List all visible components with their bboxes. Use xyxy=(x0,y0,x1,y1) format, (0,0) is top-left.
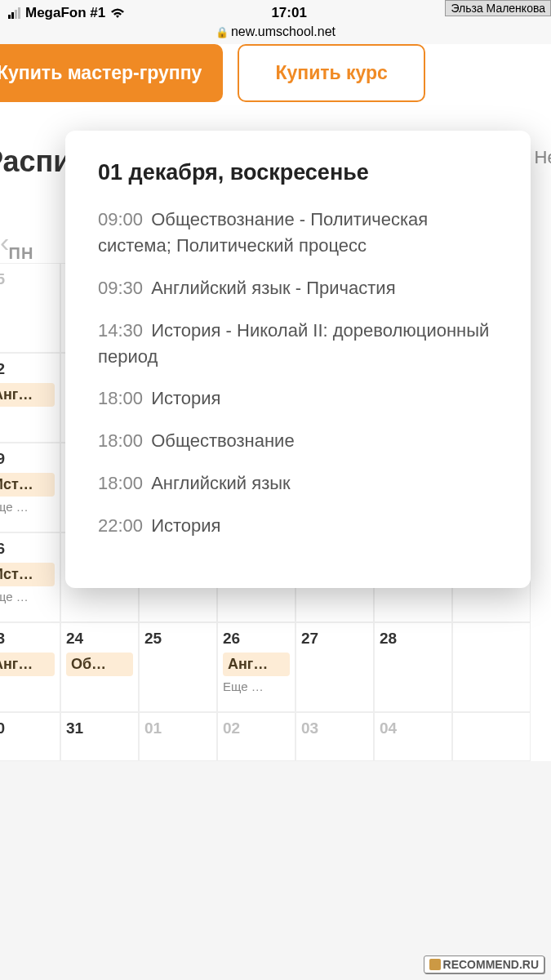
watermark-icon xyxy=(429,959,441,970)
event-chip[interactable]: Анг… xyxy=(0,653,55,676)
more-label[interactable]: Еще … xyxy=(223,679,290,693)
event-item[interactable]: 18:00 История xyxy=(98,385,501,412)
event-chip[interactable]: Ист… xyxy=(0,563,55,586)
day-cell[interactable]: 01 xyxy=(139,712,217,761)
day-cell[interactable]: 04 xyxy=(374,712,452,761)
day-number: 24 xyxy=(66,630,133,648)
day-cell[interactable]: 02Анг… xyxy=(0,353,60,443)
carrier-label: MegaFon #1 xyxy=(25,5,105,21)
day-number: 03 xyxy=(301,719,368,737)
day-number: 01 xyxy=(144,719,211,737)
event-time: 14:30 xyxy=(98,320,143,341)
event-time: 18:00 xyxy=(98,430,143,451)
event-text: История - Николай II: дореволюционный пе… xyxy=(98,320,489,367)
day-cell[interactable]: 23Анг… xyxy=(0,622,60,712)
event-item[interactable]: 22:00 История xyxy=(98,513,501,539)
more-label[interactable]: Еще … xyxy=(0,590,55,604)
status-time: 17:01 xyxy=(271,5,306,21)
day-number: 16 xyxy=(0,540,55,558)
day-number: 26 xyxy=(223,630,290,648)
event-time: 09:30 xyxy=(98,278,143,298)
event-text: Английский язык - Причастия xyxy=(146,278,396,298)
buy-master-group-button[interactable]: Купить мастер-группу xyxy=(0,44,223,102)
buy-course-button[interactable]: Купить курс xyxy=(238,44,425,102)
day-number: 31 xyxy=(66,719,133,737)
day-cell[interactable]: 27 xyxy=(295,622,374,712)
event-text: Обществознание - Политическая система; П… xyxy=(98,209,428,256)
day-cell[interactable]: 30 xyxy=(0,712,60,761)
event-item[interactable]: 09:30 Английский язык - Причастия xyxy=(98,275,501,301)
name-tag: Эльза Маленкова xyxy=(445,0,551,16)
day-cell[interactable]: 24Об… xyxy=(60,622,139,712)
day-number: 04 xyxy=(380,719,447,737)
url-bar[interactable]: 🔒new.umschool.net xyxy=(0,23,551,44)
day-number: 27 xyxy=(301,630,368,648)
event-time: 22:00 xyxy=(98,515,143,536)
day-number: 25 xyxy=(144,630,211,648)
event-chip[interactable]: Об… xyxy=(66,653,133,676)
day-number: 02 xyxy=(223,719,290,737)
day-number: 23 xyxy=(0,630,55,648)
view-week-label[interactable]: Нед xyxy=(535,147,551,168)
more-label[interactable]: Еще … xyxy=(0,500,55,514)
event-item[interactable]: 18:00 Обществознание xyxy=(98,428,501,454)
button-row: Купить мастер-группу Купить курс xyxy=(0,44,551,120)
day-number: 28 xyxy=(380,630,447,648)
day-cell[interactable]: 25 xyxy=(0,263,60,353)
day-number: 25 xyxy=(0,270,55,288)
day-cell[interactable]: 31 xyxy=(60,712,139,761)
day-cell[interactable]: 02 xyxy=(217,712,295,761)
popup-title: 01 декабря, воскресенье xyxy=(98,160,501,185)
day-number: 30 xyxy=(0,719,55,737)
day-cell[interactable]: 09Ист…Еще … xyxy=(0,443,60,532)
event-time: 09:00 xyxy=(98,209,143,229)
day-cell[interactable]: 16Ист…Еще … xyxy=(0,532,60,622)
event-text: Английский язык xyxy=(146,473,291,493)
day-cell[interactable] xyxy=(452,712,531,761)
event-chip[interactable]: Анг… xyxy=(0,383,55,407)
day-cell[interactable]: 26Анг…Еще … xyxy=(217,622,295,712)
event-time: 18:00 xyxy=(98,388,143,408)
url-text: new.umschool.net xyxy=(231,24,335,38)
watermark-text: RECOMMEND.RU xyxy=(443,958,539,971)
signal-icon xyxy=(8,7,20,19)
day-cell[interactable]: 03 xyxy=(295,712,374,761)
day-number: 09 xyxy=(0,450,55,468)
watermark: RECOMMEND.RU xyxy=(424,956,544,973)
chevron-left-icon[interactable]: ‹ xyxy=(0,226,9,258)
day-popup: 01 декабря, воскресенье 09:00 Обществозн… xyxy=(65,131,531,588)
status-left: MegaFon #1 xyxy=(8,5,125,21)
event-item[interactable]: 09:00 Обществознание - Политическая сист… xyxy=(98,207,501,259)
event-item[interactable]: 18:00 Английский язык xyxy=(98,470,501,497)
event-text: История xyxy=(146,515,220,536)
day-cell[interactable]: 28 xyxy=(374,622,452,712)
lock-icon: 🔒 xyxy=(216,26,229,38)
event-text: История xyxy=(146,388,220,408)
day-cell[interactable]: 25 xyxy=(139,622,217,712)
day-number: 02 xyxy=(0,360,55,378)
event-item[interactable]: 14:30 История - Николай II: дореволюцион… xyxy=(98,318,501,370)
event-text: Обществознание xyxy=(146,430,295,451)
event-time: 18:00 xyxy=(98,473,143,493)
event-chip[interactable]: Ист… xyxy=(0,473,55,497)
day-cell[interactable] xyxy=(452,622,531,712)
event-chip[interactable]: Анг… xyxy=(223,653,290,676)
wifi-icon xyxy=(110,7,125,19)
